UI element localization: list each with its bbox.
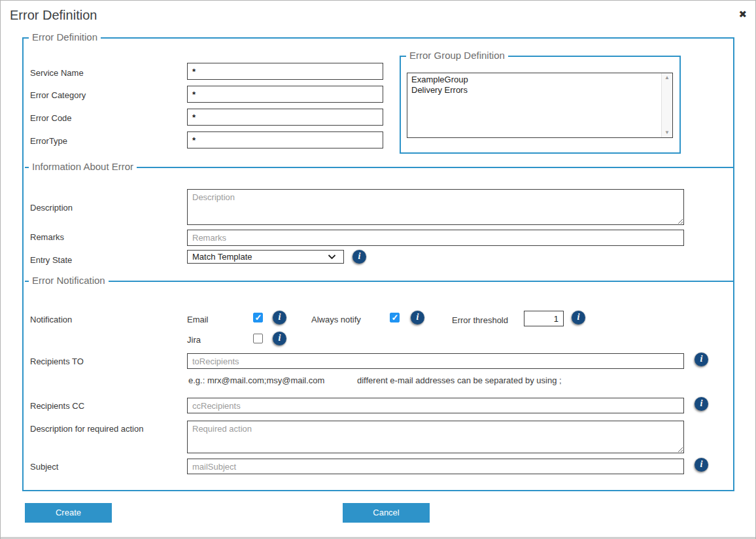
- description-label: Description: [30, 203, 73, 213]
- recipients-to-input[interactable]: [187, 353, 684, 369]
- page-title: Error Definition: [10, 8, 97, 23]
- error-threshold-info-icon[interactable]: i: [572, 311, 585, 324]
- error-threshold-input[interactable]: [524, 311, 564, 326]
- error-group-listbox[interactable]: ExampleGroup Delivery Errors ▲ ▼: [407, 73, 673, 138]
- list-item[interactable]: Delivery Errors: [407, 85, 661, 96]
- error-definition-legend: Error Definition: [29, 31, 101, 43]
- scroll-up-icon[interactable]: ▲: [664, 75, 670, 80]
- error-threshold-label: Error threshold: [452, 315, 508, 325]
- jira-label: Jira: [187, 335, 201, 345]
- recipients-hint-example: e.g.: mrx@mail.com;msy@mail.com: [188, 375, 324, 385]
- recipients-cc-info-icon[interactable]: i: [695, 397, 708, 411]
- notification-legend: Error Notification: [29, 275, 109, 287]
- remarks-label: Remarks: [30, 232, 64, 242]
- email-label: Email: [187, 315, 209, 324]
- email-checkbox[interactable]: [253, 313, 263, 322]
- recipients-to-label: Recipients TO: [30, 356, 84, 366]
- notification-label: Notification: [30, 315, 72, 324]
- always-notify-label: Always notify: [311, 315, 361, 324]
- subject-info-icon[interactable]: i: [695, 458, 708, 472]
- listbox-scrollbar[interactable]: ▲ ▼: [661, 73, 672, 137]
- information-legend: Information About Error: [29, 161, 137, 173]
- required-action-label: Description for required action: [30, 424, 143, 434]
- error-type-input[interactable]: [187, 131, 383, 148]
- jira-checkbox[interactable]: [253, 334, 263, 343]
- error-group-legend: Error Group Definition: [406, 50, 508, 61]
- recipients-cc-label: Recipients CC: [30, 401, 84, 411]
- error-code-input[interactable]: [187, 109, 383, 126]
- list-item[interactable]: ExampleGroup: [407, 75, 661, 85]
- recipients-cc-input[interactable]: [187, 398, 684, 413]
- description-textarea[interactable]: [187, 189, 684, 225]
- notification-section-divider: [25, 281, 733, 282]
- error-definition-dialog: Error Definition ✖ Error Definition Serv…: [0, 0, 756, 539]
- always-notify-checkbox[interactable]: [390, 313, 400, 322]
- remarks-input[interactable]: [187, 230, 684, 246]
- entry-state-info-icon[interactable]: i: [352, 250, 366, 264]
- required-action-textarea[interactable]: [187, 421, 684, 453]
- subject-label: Subject: [30, 462, 58, 472]
- dialog-bottom-border: [1, 537, 755, 538]
- scroll-down-icon[interactable]: ▼: [664, 130, 670, 135]
- error-category-label: Error Category: [30, 90, 86, 100]
- error-type-label: ErrorType: [30, 136, 67, 146]
- error-category-input[interactable]: [187, 86, 383, 103]
- subject-input[interactable]: [187, 459, 684, 474]
- entry-state-label: Entry State: [30, 255, 72, 265]
- service-name-input[interactable]: [187, 63, 383, 80]
- error-group-items: ExampleGroup Delivery Errors: [407, 73, 661, 137]
- close-icon[interactable]: ✖: [738, 9, 747, 19]
- recipients-to-info-icon[interactable]: i: [695, 353, 708, 366]
- always-notify-info-icon[interactable]: i: [411, 311, 424, 324]
- recipients-hint-note: different e-mail addresses can be separa…: [357, 375, 562, 385]
- service-name-label: Service Name: [30, 68, 84, 78]
- error-code-label: Error Code: [30, 113, 72, 123]
- jira-info-icon[interactable]: i: [273, 332, 286, 345]
- create-button[interactable]: Create: [25, 503, 112, 523]
- email-info-icon[interactable]: i: [273, 311, 286, 324]
- entry-state-select[interactable]: Match Template: [187, 250, 344, 264]
- cancel-button[interactable]: Cancel: [343, 503, 430, 523]
